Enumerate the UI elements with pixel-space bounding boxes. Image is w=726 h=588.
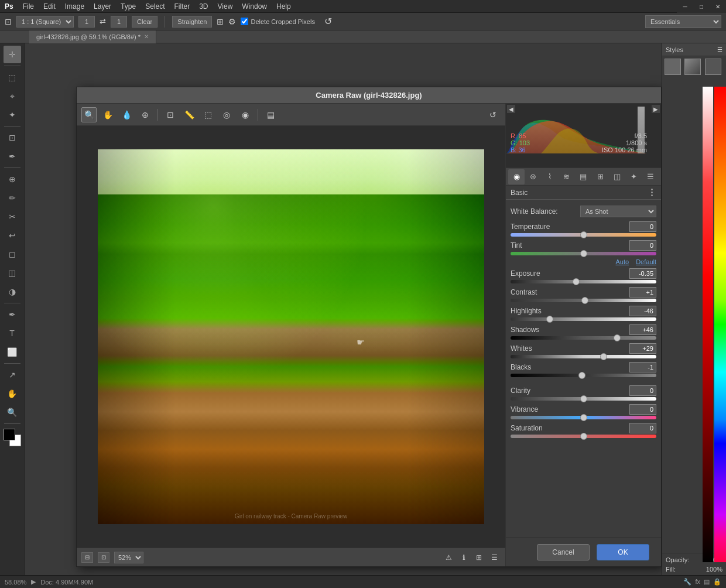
menu-help[interactable]: Help <box>276 2 291 11</box>
clear-button[interactable]: Clear <box>132 16 157 28</box>
highlights-thumb[interactable] <box>546 316 553 323</box>
cr-wb-tool[interactable]: 💧 <box>119 107 134 122</box>
delete-cropped-checkbox[interactable] <box>241 18 248 25</box>
vibrance-input[interactable] <box>629 404 656 415</box>
cr-redeye-tool[interactable]: ◉ <box>238 107 253 122</box>
shadows-slider[interactable] <box>511 336 656 340</box>
pen-tool[interactable]: ✒ <box>4 306 21 323</box>
ok-button[interactable]: OK <box>597 544 649 560</box>
contrast-input[interactable] <box>629 287 656 298</box>
highlights-input[interactable] <box>629 306 656 316</box>
auto-link[interactable]: Auto <box>616 258 629 265</box>
exposure-input[interactable] <box>629 268 656 279</box>
tint-slider[interactable] <box>511 252 656 255</box>
exposure-thumb[interactable] <box>573 278 580 285</box>
white-balance-select[interactable]: As Shot Auto Daylight Cloudy <box>580 206 656 217</box>
heal-tool[interactable]: ⊕ <box>4 170 21 188</box>
tab-split-tone[interactable]: ⊞ <box>592 169 608 184</box>
clarity-slider[interactable] <box>511 397 656 401</box>
status-icon-4[interactable]: 🔒 <box>713 578 721 586</box>
menu-window[interactable]: Window <box>242 2 267 11</box>
blacks-input[interactable] <box>629 362 656 372</box>
clone-tool[interactable]: ✂ <box>4 208 21 225</box>
contrast-slider[interactable] <box>511 299 656 302</box>
ratio-w-input[interactable] <box>78 16 95 28</box>
brush-tool[interactable]: ✏ <box>4 189 21 207</box>
dodge-tool[interactable]: ◑ <box>4 283 21 300</box>
crop-tool[interactable]: ⊡ <box>4 129 21 146</box>
saturation-slider[interactable] <box>511 435 656 438</box>
tab-detail[interactable]: ≋ <box>559 169 575 184</box>
status-icon-1[interactable]: 🔧 <box>683 578 691 586</box>
menu-select[interactable]: Select <box>145 2 165 11</box>
tab-hsl[interactable]: ▤ <box>575 169 591 184</box>
essentials-select[interactable]: Essentials <box>645 15 721 28</box>
whites-input[interactable] <box>629 343 656 354</box>
maximize-button[interactable]: □ <box>693 0 710 13</box>
menu-3d[interactable]: 3D <box>199 2 208 11</box>
foreground-color-swatch[interactable] <box>4 429 15 440</box>
styles-menu-icon[interactable]: ☰ <box>717 46 722 53</box>
clarity-thumb[interactable] <box>580 395 587 402</box>
cancel-button[interactable]: Cancel <box>537 544 590 560</box>
panel-icon[interactable]: ☰ <box>488 551 501 564</box>
zoom-select[interactable]: 52% <box>114 552 143 563</box>
cr-hand-tool[interactable]: ✋ <box>100 107 115 122</box>
marquee-tool[interactable]: ⬚ <box>4 69 21 86</box>
zoom-arrow-icon[interactable]: ▶ <box>31 578 36 586</box>
straighten-button[interactable]: Straighten <box>172 16 212 28</box>
minimize-button[interactable]: ─ <box>677 0 693 13</box>
tab-effects[interactable]: ✦ <box>625 169 642 184</box>
histogram-back-button[interactable]: ◀ <box>507 105 515 113</box>
cr-preview-button[interactable]: ↺ <box>485 107 501 122</box>
style-item[interactable] <box>705 59 721 75</box>
quick-select-tool[interactable]: ✦ <box>4 106 21 124</box>
tab-basic[interactable]: ⊛ <box>525 169 542 184</box>
exposure-slider[interactable] <box>511 280 656 283</box>
temperature-input[interactable] <box>629 221 656 232</box>
grid-toggle-icon[interactable]: ⊞ <box>472 551 485 564</box>
whites-slider[interactable] <box>511 355 656 358</box>
blacks-thumb[interactable] <box>578 372 585 379</box>
menu-filter[interactable]: Filter <box>174 2 190 11</box>
tab-lens[interactable]: ◫ <box>609 169 625 184</box>
eraser-tool[interactable]: ◻ <box>4 245 21 263</box>
tab-close-icon[interactable]: ✕ <box>144 33 149 40</box>
status-icon-2[interactable]: fx <box>695 578 700 586</box>
info-icon[interactable]: ℹ <box>457 551 470 564</box>
color-swatches[interactable] <box>4 429 21 446</box>
hand-tool[interactable]: ✋ <box>4 385 21 402</box>
lasso-tool[interactable]: ⌖ <box>4 87 21 105</box>
eyedropper-tool[interactable]: ✒ <box>4 148 21 165</box>
menu-type[interactable]: Type <box>121 2 136 11</box>
cr-preset-tool[interactable]: ▤ <box>263 107 278 122</box>
zoom-tool[interactable]: 🔍 <box>4 404 21 421</box>
cr-zoom-tool[interactable]: 🔍 <box>81 107 97 122</box>
vibrance-slider[interactable] <box>511 416 656 419</box>
whites-thumb[interactable] <box>600 353 607 360</box>
swap-icon[interactable]: ⇄ <box>100 17 106 26</box>
close-button[interactable]: ✕ <box>710 0 726 13</box>
saturation-thumb[interactable] <box>580 433 587 440</box>
warning-icon[interactable]: ⚠ <box>442 551 455 564</box>
settings-icon[interactable]: ⚙ <box>228 17 236 26</box>
cr-target-tool[interactable]: ⊕ <box>138 107 153 122</box>
temperature-thumb[interactable] <box>580 231 587 238</box>
cr-transform-tool[interactable]: ⬚ <box>200 107 215 122</box>
menu-edit[interactable]: Edit <box>43 2 56 11</box>
temperature-slider[interactable] <box>511 233 656 237</box>
cr-straighten-tool[interactable]: 📏 <box>182 107 197 122</box>
blacks-slider[interactable] <box>511 374 656 377</box>
histogram-forward-button[interactable]: ▶ <box>652 105 660 113</box>
tab-tone-curve[interactable]: ⌇ <box>542 169 558 184</box>
path-select-tool[interactable]: ↗ <box>4 366 21 384</box>
style-item[interactable] <box>684 59 701 75</box>
gradient-tool[interactable]: ◫ <box>4 264 21 282</box>
tint-input[interactable] <box>629 240 656 251</box>
document-tab[interactable]: girl-432826.jpg @ 59.1% (RGB/8#) * ✕ <box>29 30 156 43</box>
text-tool[interactable]: T <box>4 324 21 342</box>
full-size-button[interactable]: ⊡ <box>98 552 109 563</box>
highlights-slider[interactable] <box>511 317 656 321</box>
cr-crop-tool[interactable]: ⊡ <box>163 107 178 122</box>
shadows-input[interactable] <box>629 324 656 335</box>
